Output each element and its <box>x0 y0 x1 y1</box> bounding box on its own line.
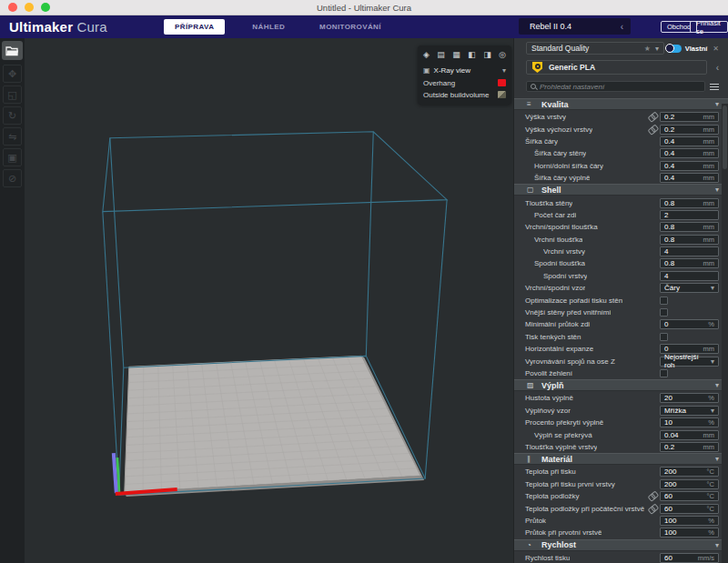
chevron-down-icon: ▾ <box>715 186 719 194</box>
tab-monitor[interactable]: MONITOROVÁNÍ <box>312 20 389 34</box>
setting-input[interactable]: 0.2mm <box>660 112 719 122</box>
setting-input[interactable]: 0.2mm <box>660 442 719 452</box>
setting-input[interactable]: 2 <box>660 210 719 220</box>
setting-input[interactable]: 60°C <box>660 504 719 514</box>
setting-input[interactable]: 100% <box>660 516 719 526</box>
setting-dropdown[interactable]: Čáry▾ <box>660 283 719 293</box>
setting-row: Šířka čáry stěny0.4mm <box>514 147 728 159</box>
setting-label: Počet čar zdi <box>514 211 576 219</box>
view-right-icon[interactable]: ◨ <box>483 48 491 62</box>
setting-label: Horní/dolní šířka čáry <box>514 162 603 170</box>
view-3d-icon[interactable]: ◈ <box>423 48 430 62</box>
setting-input[interactable]: 0.4mm <box>660 136 719 146</box>
setting-row: Teplota při tisku200°C <box>514 466 728 478</box>
setting-checkbox[interactable] <box>660 369 668 377</box>
section-header-rychlost[interactable]: ◔Rychlost▾ <box>514 539 728 551</box>
setting-input[interactable]: 20% <box>660 393 719 403</box>
main-content: ✥◱↻⇋▣⊘ ◈▤▦◧◨◎ <box>0 38 728 563</box>
setting-checkbox[interactable] <box>660 333 668 341</box>
rotate-tool-icon: ↻ <box>8 110 16 122</box>
setting-input[interactable]: 0.2mm <box>660 125 719 135</box>
view-options-panel: ◈▤▦◧◨◎ ▣ X-Ray view ▾ Overhang Outside b… <box>418 45 511 105</box>
setting-input[interactable]: 10% <box>660 417 719 427</box>
setting-input[interactable]: 0.8mm <box>660 258 719 268</box>
chevron-left-icon[interactable]: ‹ <box>716 63 719 73</box>
setting-input[interactable]: 0.8mm <box>660 198 719 208</box>
open-file-button[interactable] <box>2 41 23 60</box>
setting-input[interactable]: 0.8mm <box>660 235 719 245</box>
setting-row: Počet čar zdi2 <box>514 209 728 221</box>
z-axis-indicator <box>114 453 116 493</box>
setting-input[interactable]: 0.4mm <box>660 173 719 183</box>
setting-input[interactable]: 0% <box>660 319 719 329</box>
setting-input[interactable]: 60mm/s <box>660 553 719 563</box>
sign-in-button[interactable]: Přihlásit se <box>690 21 728 33</box>
setting-value: Nejostřejší roh <box>664 353 711 369</box>
setting-row: Hustota výplně20% <box>514 392 728 404</box>
custom-mode-toggle[interactable] <box>666 45 682 53</box>
settings-scrollbar[interactable] <box>722 104 728 563</box>
setting-input[interactable]: 100% <box>660 528 719 538</box>
view-top-icon[interactable]: ▦ <box>452 48 460 62</box>
setting-input[interactable]: 60°C <box>660 491 719 501</box>
mirror-tool-button[interactable]: ⇋ <box>3 127 22 146</box>
setting-checkbox[interactable] <box>660 297 668 305</box>
tab-preview[interactable]: NÁHLED <box>245 20 292 34</box>
printer-selector[interactable]: Rebel II 0.4 ‹ <box>519 18 631 35</box>
setting-dropdown[interactable]: Mřížka▾ <box>660 406 719 416</box>
setting-input[interactable]: 200°C <box>660 467 719 477</box>
support-blocker-button[interactable]: ⊘ <box>3 169 22 187</box>
setting-row: Procento překrytí výplně10% <box>514 417 728 428</box>
setting-unit: mm <box>703 199 715 207</box>
setting-input[interactable]: 0.04mm <box>660 430 719 440</box>
setting-input[interactable]: 0.4mm <box>660 161 719 171</box>
view-mode-dropdown[interactable]: ▣ X-Ray view ▾ <box>423 64 506 76</box>
profile-dropdown[interactable]: Standard Quality ★ ▾ <box>526 42 664 55</box>
setting-label: Rychlost tisku <box>514 554 570 562</box>
close-icon[interactable]: ✕ <box>713 45 719 53</box>
material-selector[interactable]: Generic PLA <box>526 60 707 75</box>
section-header-shell[interactable]: ▢Shell▾ <box>514 184 728 196</box>
chevron-down-icon: ▾ <box>711 407 714 415</box>
section-header-výplň[interactable]: ▨Výplň▾ <box>514 379 728 391</box>
setting-checkbox[interactable] <box>660 308 668 317</box>
setting-input[interactable]: 4 <box>660 246 719 256</box>
scale-tool-button[interactable]: ◱ <box>3 85 22 104</box>
settings-menu-icon[interactable] <box>710 84 719 90</box>
rotate-tool-button[interactable]: ↻ <box>3 106 22 125</box>
setting-value: 100 <box>664 517 676 525</box>
search-icon <box>531 84 536 89</box>
setting-unit: mm <box>703 431 715 439</box>
chevron-down-icon: ▾ <box>711 357 714 366</box>
view-left-icon[interactable]: ◧ <box>468 48 476 62</box>
setting-label: Výška vrstvy <box>514 113 566 121</box>
setting-label: Průtok <box>514 517 546 525</box>
section-header-materiál[interactable]: ∥Materiál▾ <box>514 453 728 465</box>
setting-value: 0.8 <box>664 236 674 244</box>
view-front-icon[interactable]: ▤ <box>437 48 445 62</box>
toggle-knob <box>665 44 674 53</box>
setting-label: Spodní vrstvy <box>514 272 587 280</box>
setting-label: Šířka čáry výplně <box>514 174 590 182</box>
setting-value: 4 <box>664 247 668 256</box>
setting-value: 4 <box>664 272 668 280</box>
setting-unit: °C <box>707 505 714 513</box>
scrollbar-thumb[interactable] <box>723 106 727 169</box>
setting-input[interactable]: 0.4mm <box>660 148 719 158</box>
setting-input[interactable]: 0.8mm <box>660 222 719 232</box>
setting-row: Výška vrstvy0.2mm <box>514 111 728 123</box>
setting-input[interactable]: 4 <box>660 271 719 281</box>
view-xray-icon[interactable]: ◎ <box>499 48 506 62</box>
per-model-settings-button[interactable]: ▣ <box>3 148 22 166</box>
tab-prepare[interactable]: PŘÍPRAVA <box>164 19 225 35</box>
build-plate-scene <box>25 38 513 562</box>
setting-unit: mm <box>703 259 715 267</box>
per-model-settings-icon: ▣ <box>7 152 16 164</box>
viewport-3d[interactable]: ◈▤▦◧◨◎ ▣ X-Ray view ▾ Overhang Outside b… <box>25 38 514 563</box>
move-tool-button[interactable]: ✥ <box>3 65 22 83</box>
settings-search-input[interactable]: Prohledat nastavení <box>526 81 705 92</box>
setting-input[interactable]: 200°C <box>660 479 719 489</box>
setting-row: Šířka čáry0.4mm <box>514 136 728 147</box>
section-header-kvalita[interactable]: ≡Kvalita▾ <box>514 98 728 110</box>
setting-dropdown[interactable]: Nejostřejší roh▾ <box>660 357 719 367</box>
